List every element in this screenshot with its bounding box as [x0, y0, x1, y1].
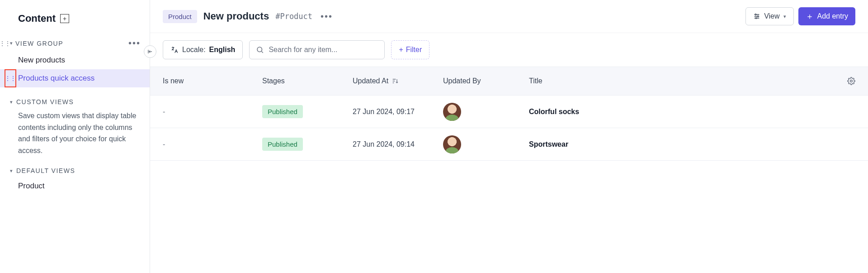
chevron-down-icon: ▾: [783, 14, 786, 19]
search-input[interactable]: [269, 46, 378, 54]
col-is-new[interactable]: Is new: [163, 77, 262, 85]
table-row[interactable]: - Published 27 Jun 2024, 09:17 Colorful …: [150, 96, 868, 128]
cell-is-new: -: [163, 140, 262, 148]
model-chip[interactable]: Product: [163, 10, 197, 23]
data-table: Is new Stages Updated At Updated By Titl…: [150, 67, 868, 273]
topbar-more-icon[interactable]: •••: [321, 11, 333, 22]
add-entry-label: Add entry: [817, 12, 848, 20]
view-button-label: View: [764, 12, 779, 20]
view-group-header[interactable]: ⋮⋮ ▾ VIEW GROUP •••: [0, 35, 150, 51]
sidebar-item-label: Product: [18, 182, 45, 190]
gear-icon: [847, 77, 855, 85]
cell-updated-by: [443, 103, 529, 121]
page-title: New products: [203, 10, 269, 22]
topbar: Product New products #Product ••• View ▾…: [150, 0, 868, 33]
cell-stage: Published: [262, 105, 353, 118]
svg-point-2: [755, 18, 757, 19]
avatar: [443, 103, 461, 121]
search-box[interactable]: [249, 40, 385, 59]
collapse-sidebar-button[interactable]: [144, 45, 156, 58]
table-header: Is new Stages Updated At Updated By Titl…: [150, 67, 868, 96]
sliders-icon: [753, 13, 760, 20]
translate-icon: [170, 46, 179, 54]
plus-icon: ＋: [806, 12, 814, 20]
sidebar-item-product[interactable]: Product: [0, 177, 150, 195]
add-filter-button[interactable]: + Filter: [391, 40, 429, 59]
locale-label: Locale:: [182, 46, 206, 54]
plus-icon: +: [399, 46, 403, 54]
add-content-icon[interactable]: +: [60, 14, 69, 23]
cell-is-new: -: [163, 108, 262, 116]
add-entry-button[interactable]: ＋ Add entry: [798, 7, 855, 25]
sidebar-title: Content: [18, 13, 56, 24]
view-group-label: VIEW GROUP: [15, 40, 63, 47]
toolbar: Locale: English + Filter: [150, 33, 868, 67]
cell-updated-at: 27 Jun 2024, 09:14: [353, 140, 443, 148]
svg-point-4: [850, 80, 853, 82]
cell-stage: Published: [262, 138, 353, 151]
col-updated-by[interactable]: Updated By: [443, 77, 529, 85]
sidebar-item-products-quick-access[interactable]: ⋮⋮ Products quick access: [0, 69, 150, 87]
sidebar-item-label: Products quick access: [18, 74, 94, 82]
sidebar: Content + ⋮⋮ ▾ VIEW GROUP ••• New produc…: [0, 0, 150, 273]
col-updated-at[interactable]: Updated At: [353, 77, 443, 85]
default-views-header[interactable]: ▾ DEFAULT VIEWS: [0, 164, 150, 177]
main: Product New products #Product ••• View ▾…: [150, 0, 868, 273]
stage-badge: Published: [262, 105, 303, 118]
drag-handle-icon[interactable]: ⋮⋮: [3, 40, 7, 47]
sort-icon[interactable]: [391, 77, 399, 85]
search-icon: [256, 46, 264, 54]
cell-updated-at: 27 Jun 2024, 09:17: [353, 108, 443, 116]
filter-label: Filter: [406, 46, 422, 54]
sort-desc-icon: [391, 77, 399, 85]
stage-badge: Published: [262, 138, 303, 151]
svg-point-0: [755, 14, 756, 15]
col-stages[interactable]: Stages: [262, 77, 353, 85]
custom-views-description: Save custom views that display table con…: [0, 108, 150, 164]
default-views-label: DEFAULT VIEWS: [16, 167, 75, 174]
drag-handle-icon: ⋮⋮: [5, 75, 16, 81]
sidebar-item-new-products[interactable]: New products: [0, 51, 150, 69]
view-group-more-icon[interactable]: •••: [128, 38, 142, 48]
sidebar-header: Content +: [0, 9, 150, 35]
chevron-down-icon[interactable]: ▾: [10, 99, 13, 105]
custom-views-header[interactable]: ▾ CUSTOM VIEWS: [0, 96, 150, 108]
table-settings-button[interactable]: [847, 77, 855, 85]
locale-value: English: [209, 46, 236, 54]
custom-views-label: CUSTOM VIEWS: [16, 98, 74, 105]
collapse-icon: [147, 48, 153, 55]
avatar: [443, 135, 461, 153]
sidebar-item-label: New products: [18, 56, 65, 64]
locale-selector[interactable]: Locale: English: [163, 40, 243, 59]
drag-handle-highlight[interactable]: ⋮⋮: [5, 69, 16, 87]
svg-point-3: [257, 47, 262, 52]
page-hash: #Product: [275, 12, 312, 21]
view-button[interactable]: View ▾: [745, 7, 793, 25]
cell-updated-by: [443, 135, 529, 153]
chevron-down-icon[interactable]: ▾: [10, 168, 13, 174]
table-row[interactable]: - Published 27 Jun 2024, 09:14 Sportswea…: [150, 128, 868, 161]
col-title[interactable]: Title: [529, 77, 834, 85]
cell-title: Colorful socks: [529, 108, 834, 116]
chevron-down-icon[interactable]: ▾: [10, 40, 13, 46]
cell-title: Sportswear: [529, 140, 834, 148]
svg-point-1: [757, 16, 759, 17]
